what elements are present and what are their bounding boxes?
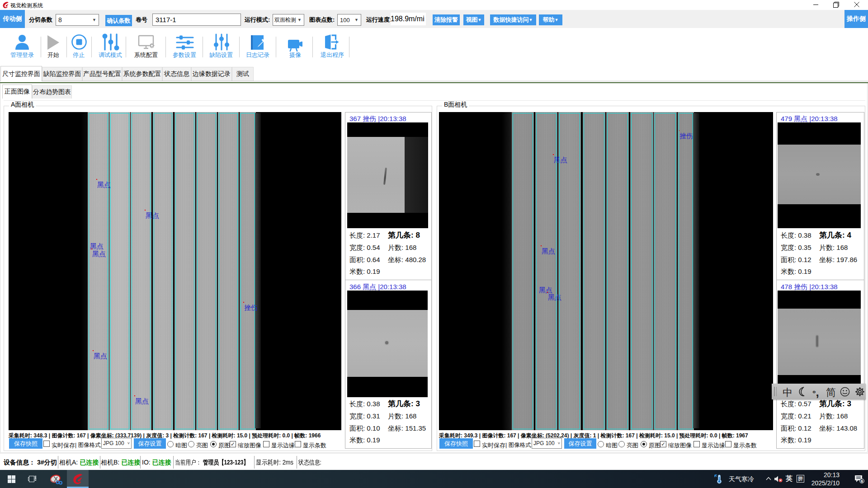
svg-text:6: 6 bbox=[861, 479, 863, 483]
